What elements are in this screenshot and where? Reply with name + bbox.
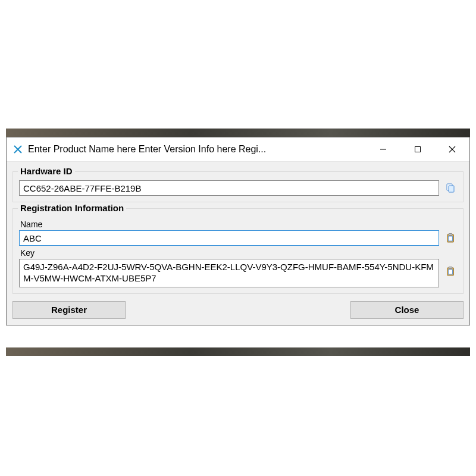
copy-hardware-id-button[interactable] <box>444 181 457 195</box>
dialog-button-row: Register Close <box>12 301 464 319</box>
paste-icon <box>445 233 456 243</box>
paste-icon <box>445 266 456 277</box>
svg-rect-9 <box>449 234 452 236</box>
paste-key-button[interactable] <box>444 265 457 278</box>
registration-dialog: Enter Product Name here Enter Version In… <box>6 137 470 325</box>
maximize-icon <box>414 146 421 153</box>
paste-name-button[interactable] <box>444 231 457 245</box>
hardware-id-field[interactable] <box>19 180 439 196</box>
copy-icon <box>445 183 456 193</box>
key-label: Key <box>20 248 457 258</box>
desktop-background <box>6 347 470 356</box>
svg-rect-13 <box>449 270 453 274</box>
name-label: Name <box>20 220 457 229</box>
window-controls <box>366 137 469 161</box>
key-field[interactable] <box>19 259 439 287</box>
maximize-button[interactable] <box>400 137 435 161</box>
close-button[interactable]: Close <box>350 301 464 319</box>
svg-rect-12 <box>449 267 452 269</box>
close-icon <box>449 146 456 153</box>
svg-rect-7 <box>449 186 454 192</box>
registration-info-group-label: Registration Information <box>18 203 126 213</box>
register-button[interactable]: Register <box>12 301 126 319</box>
minimize-icon <box>380 146 387 153</box>
registration-info-group: Registration Information Name Key <box>12 208 464 294</box>
minimize-button[interactable] <box>366 137 400 161</box>
svg-rect-3 <box>415 147 421 152</box>
close-window-button[interactable] <box>435 137 469 161</box>
name-field[interactable] <box>19 230 439 246</box>
hardware-id-group-label: Hardware ID <box>18 166 75 176</box>
app-icon <box>12 144 23 155</box>
hardware-id-group: Hardware ID <box>12 171 464 202</box>
svg-rect-10 <box>449 236 453 241</box>
window-title: Enter Product Name here Enter Version In… <box>28 144 366 155</box>
desktop-background <box>6 129 470 137</box>
titlebar: Enter Product Name here Enter Version In… <box>7 137 469 162</box>
dialog-body: Hardware ID Registration Information Nam… <box>7 162 469 325</box>
